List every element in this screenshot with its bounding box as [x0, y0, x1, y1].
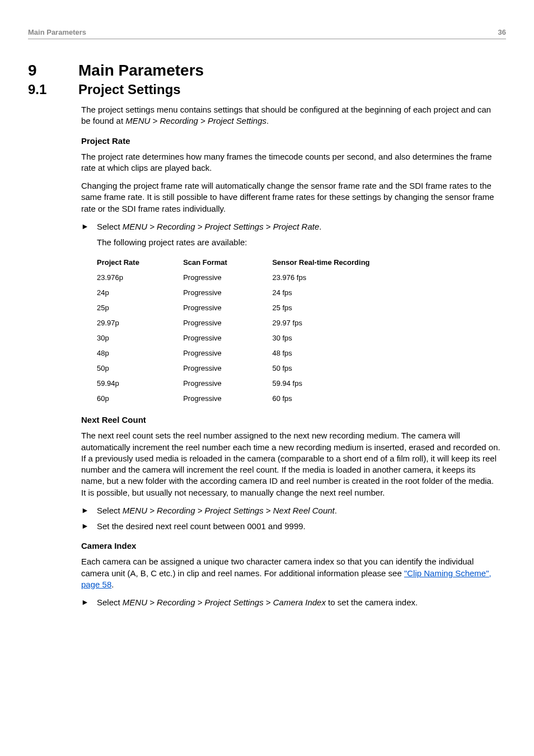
- project-rate-p1: The project rate determines how many fra…: [81, 151, 500, 174]
- cell-sensor: 30 fps: [272, 330, 455, 346]
- nr-b1-path: MENU > Recording > Project Settings > Ne…: [123, 506, 335, 515]
- table-row: 25pProgressive25 fps: [97, 300, 455, 315]
- table-row: 29.97pProgressive29.97 fps: [97, 315, 455, 330]
- next-reel-bullet1-text: Select MENU > Recording > Project Settin…: [97, 505, 500, 516]
- table-row: 30pProgressive30 fps: [97, 330, 455, 346]
- table-header-rate: Project Rate: [97, 255, 183, 270]
- cell-rate: 48p: [97, 346, 183, 361]
- section-number: 9.1: [28, 82, 62, 97]
- section-heading: 9.1 Project Settings: [28, 82, 506, 97]
- cell-scan: Progressive: [183, 300, 272, 315]
- table-header-scan: Scan Format: [183, 255, 272, 270]
- table-row: 23.976pProgressive23.976 fps: [97, 270, 455, 285]
- ci-bullet-suffix: to set the camera index.: [326, 598, 418, 607]
- table-header-sensor: Sensor Real-time Recording: [272, 255, 455, 270]
- cell-scan: Progressive: [183, 315, 272, 330]
- next-reel-bullet2: ► Set the desired next reel count betwee…: [81, 521, 500, 532]
- project-rate-bullet: ► Select MENU > Recording > Project Sett…: [81, 221, 500, 232]
- pr-bullet-path: MENU > Recording > Project Settings > Pr…: [123, 222, 319, 231]
- cell-sensor: 50 fps: [272, 361, 455, 376]
- intro-end: .: [266, 116, 269, 125]
- next-reel-bullet2-text: Set the desired next reel count between …: [97, 521, 500, 532]
- triangle-icon: ►: [81, 521, 90, 532]
- cell-rate: 30p: [97, 330, 183, 346]
- project-rate-p2: Changing the project frame rate will aut…: [81, 180, 500, 214]
- cell-rate: 25p: [97, 300, 183, 315]
- cell-rate: 50p: [97, 361, 183, 376]
- page-header: Main Parameters 36: [28, 28, 506, 39]
- camera-index-heading: Camera Index: [81, 541, 500, 550]
- table-row: 48pProgressive48 fps: [97, 346, 455, 361]
- cell-sensor: 48 fps: [272, 346, 455, 361]
- cell-sensor: 23.976 fps: [272, 270, 455, 285]
- pr-bullet-suffix: .: [319, 222, 321, 231]
- cell-sensor: 24 fps: [272, 285, 455, 300]
- chapter-heading: 9 Main Parameters: [28, 62, 506, 80]
- chapter-title: Main Parameters: [78, 62, 204, 80]
- cell-scan: Progressive: [183, 346, 272, 361]
- intro-menu-path: MENU > Recording > Project Settings: [125, 116, 266, 125]
- cell-rate: 23.976p: [97, 270, 183, 285]
- camera-index-bullet: ► Select MENU > Recording > Project Sett…: [81, 597, 500, 608]
- nr-b1-prefix: Select: [97, 506, 123, 515]
- cell-scan: Progressive: [183, 285, 272, 300]
- table-row: 24pProgressive24 fps: [97, 285, 455, 300]
- next-reel-bullet1: ► Select MENU > Recording > Project Sett…: [81, 505, 500, 516]
- cell-scan: Progressive: [183, 361, 272, 376]
- triangle-icon: ►: [81, 505, 90, 516]
- ci-bullet-path: MENU > Recording > Project Settings > Ca…: [123, 598, 326, 607]
- table-row: 59.94pProgressive59.94 fps: [97, 376, 455, 391]
- table-row: 60pProgressive60 fps: [97, 391, 455, 406]
- section-title: Project Settings: [78, 82, 181, 97]
- chapter-number: 9: [28, 62, 62, 80]
- cell-scan: Progressive: [183, 376, 272, 391]
- project-rate-table: Project Rate Scan Format Sensor Real-tim…: [97, 255, 455, 406]
- cell-sensor: 25 fps: [272, 300, 455, 315]
- header-title: Main Parameters: [28, 28, 86, 36]
- triangle-icon: ►: [81, 221, 90, 232]
- cell-rate: 59.94p: [97, 376, 183, 391]
- header-page-number: 36: [498, 28, 506, 36]
- camera-index-bullet-text: Select MENU > Recording > Project Settin…: [97, 597, 500, 608]
- cell-rate: 29.97p: [97, 315, 183, 330]
- project-rate-heading: Project Rate: [81, 136, 500, 146]
- next-reel-p1: The next reel count sets the reel number…: [81, 430, 500, 498]
- cell-sensor: 29.97 fps: [272, 315, 455, 330]
- project-rates-available: The following project rates are availabl…: [97, 237, 500, 248]
- section-intro: The project settings menu contains setti…: [81, 104, 500, 127]
- table-row: 50pProgressive50 fps: [97, 361, 455, 376]
- cell-sensor: 60 fps: [272, 391, 455, 406]
- ci-bullet-prefix: Select: [97, 598, 123, 607]
- nr-b1-suffix: .: [335, 506, 337, 515]
- camera-index-p1: Each camera can be assigned a unique two…: [81, 556, 500, 590]
- pr-bullet-prefix: Select: [97, 222, 123, 231]
- cell-scan: Progressive: [183, 391, 272, 406]
- cell-scan: Progressive: [183, 330, 272, 346]
- triangle-icon: ►: [81, 597, 90, 608]
- project-rate-bullet-text: Select MENU > Recording > Project Settin…: [97, 221, 500, 232]
- cell-rate: 60p: [97, 391, 183, 406]
- cell-rate: 24p: [97, 285, 183, 300]
- next-reel-heading: Next Reel Count: [81, 415, 500, 424]
- cell-scan: Progressive: [183, 270, 272, 285]
- ci-p1-suffix: .: [111, 580, 114, 589]
- cell-sensor: 59.94 fps: [272, 376, 455, 391]
